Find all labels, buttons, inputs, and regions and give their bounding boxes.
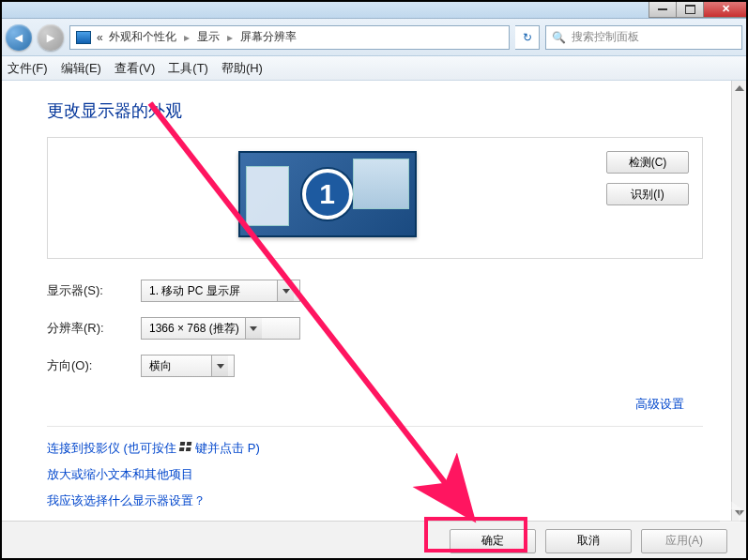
search-icon: 🔍 — [552, 31, 566, 44]
preview-side-buttons: 检测(C) 识别(I) — [606, 151, 689, 205]
monitor-stage: 1 — [61, 151, 593, 237]
resolution-label: 分辨率(R): — [47, 320, 141, 337]
display-row: 显示器(S): 1. 移动 PC 显示屏 — [47, 280, 703, 302]
breadcrumb[interactable]: « 外观和个性化 ▸ 显示 ▸ 屏幕分辨率 — [69, 25, 510, 50]
ok-button[interactable]: 确定 — [450, 529, 536, 553]
settings-form: 显示器(S): 1. 移动 PC 显示屏 分辨率(R): 1366 × 768 … — [47, 280, 703, 377]
chevron-right-icon: ▸ — [184, 31, 190, 44]
display-preview-panel: 1 检测(C) 识别(I) — [47, 137, 703, 259]
breadcrumb-item[interactable]: 显示 — [197, 29, 220, 45]
menu-file[interactable]: 文件(F) — [8, 60, 48, 77]
close-button[interactable] — [703, 1, 748, 18]
which-display-link[interactable]: 我应该选择什么显示器设置？ — [47, 493, 206, 507]
orientation-value: 横向 — [149, 358, 172, 374]
windows-key-icon — [180, 442, 192, 453]
cancel-button[interactable]: 取消 — [545, 529, 632, 553]
resolution-dropdown[interactable]: 1366 × 768 (推荐) — [141, 317, 300, 340]
vertical-scrollbar[interactable] — [731, 81, 748, 521]
help-links-block: 连接到投影仪 (也可按住 键并点击 P) 放大或缩小文本和其他项目 我应该选择什… — [47, 426, 703, 509]
address-bar-row: ◄ ► « 外观和个性化 ▸ 显示 ▸ 屏幕分辨率 ↻ 🔍 搜索控制面板 — [0, 19, 748, 56]
search-placeholder: 搜索控制面板 — [572, 29, 639, 45]
back-button[interactable]: ◄ — [6, 24, 32, 51]
advanced-settings-link[interactable]: 高级设置 — [635, 397, 684, 411]
monitor-preview[interactable]: 1 — [238, 151, 417, 237]
breadcrumb-prefix: « — [97, 31, 103, 44]
projector-link[interactable]: 连接到投影仪 (也可按住 键并点击 P) — [47, 441, 260, 455]
orientation-dropdown[interactable]: 横向 — [141, 355, 235, 377]
menu-help[interactable]: 帮助(H) — [221, 60, 263, 77]
apply-button[interactable]: 应用(A) — [641, 529, 727, 553]
refresh-button[interactable]: ↻ — [515, 25, 540, 50]
chevron-right-icon: ▸ — [227, 31, 233, 44]
maximize-button[interactable] — [676, 1, 704, 18]
chevron-down-icon[interactable] — [211, 356, 228, 376]
watermark-logo-icon — [718, 502, 742, 522]
forward-button[interactable]: ► — [38, 24, 64, 51]
chevron-down-icon[interactable] — [277, 280, 294, 301]
display-dropdown[interactable]: 1. 移动 PC 显示屏 — [141, 280, 300, 302]
which-display-link-row: 我应该选择什么显示器设置？ — [47, 492, 703, 509]
breadcrumb-item[interactable]: 外观和个性化 — [109, 29, 176, 45]
menu-edit[interactable]: 编辑(E) — [61, 60, 101, 77]
watermark — [718, 502, 742, 522]
advanced-settings-row: 高级设置 — [47, 396, 684, 413]
zoom-text-link-row: 放大或缩小文本和其他项目 — [47, 466, 703, 483]
window-titlebar — [0, 0, 748, 19]
control-panel-icon — [76, 31, 91, 44]
display-value: 1. 移动 PC 显示屏 — [149, 283, 240, 299]
resolution-row: 分辨率(R): 1366 × 768 (推荐) — [47, 317, 703, 340]
client-area: 更改显示器的外观 1 检测(C) 识别(I) 显示器(S): 1. 移动 PC … — [0, 81, 748, 521]
minimize-button[interactable] — [649, 1, 677, 18]
preview-window-icon — [353, 159, 409, 209]
projector-link-row: 连接到投影仪 (也可按住 键并点击 P) — [47, 440, 703, 457]
resolution-value: 1366 × 768 (推荐) — [149, 321, 239, 337]
monitor-number-badge: 1 — [302, 169, 353, 219]
identify-button[interactable]: 识别(I) — [606, 183, 689, 205]
preview-window-icon — [246, 166, 289, 226]
page-title: 更改显示器的外观 — [47, 99, 703, 122]
detect-button[interactable]: 检测(C) — [606, 151, 689, 174]
menu-tools[interactable]: 工具(T) — [168, 60, 208, 77]
menu-bar: 文件(F) 编辑(E) 查看(V) 工具(T) 帮助(H) — [0, 56, 748, 81]
chevron-down-icon[interactable] — [245, 318, 262, 339]
dialog-button-bar: 确定 取消 应用(A) — [0, 521, 748, 560]
orientation-row: 方向(O): 横向 — [47, 355, 703, 377]
menu-view[interactable]: 查看(V) — [114, 60, 155, 77]
content-pane: 更改显示器的外观 1 检测(C) 识别(I) 显示器(S): 1. 移动 PC … — [0, 81, 731, 521]
display-label: 显示器(S): — [47, 282, 141, 299]
orientation-label: 方向(O): — [47, 357, 141, 374]
search-input[interactable]: 🔍 搜索控制面板 — [545, 25, 742, 50]
zoom-text-link[interactable]: 放大或缩小文本和其他项目 — [47, 467, 193, 481]
breadcrumb-item[interactable]: 屏幕分辨率 — [240, 29, 297, 45]
